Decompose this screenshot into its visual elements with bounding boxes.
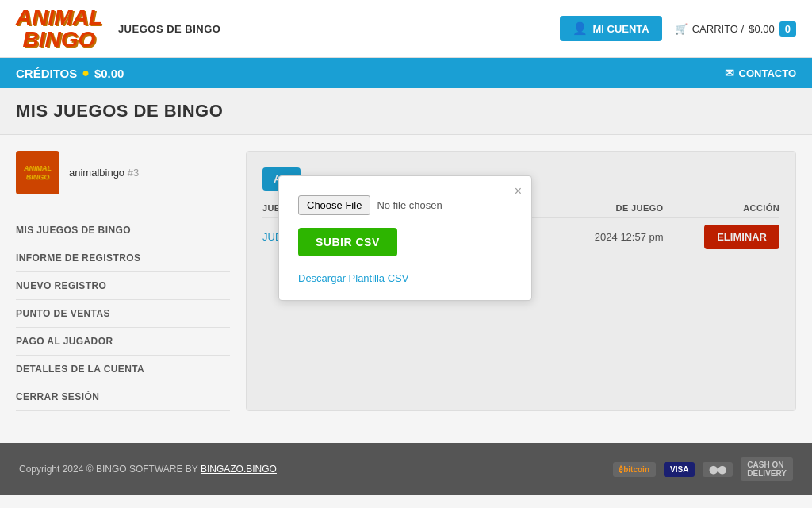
header: ANIMAL BINGO JUEGOS DE BINGO 👤 MI CUENTA… [0, 0, 812, 58]
mi-cuenta-button[interactable]: 👤 MI CUENTA [560, 16, 661, 41]
choose-file-button[interactable]: Choose File [298, 195, 370, 215]
nav-juegos-de-bingo[interactable]: JUEGOS DE BINGO [118, 23, 221, 35]
cash-on-delivery-badge: CASH ONDELIVERY [741, 457, 793, 481]
subir-csv-button[interactable]: SUBIR CSV [298, 228, 397, 256]
upload-dialog: × Choose File No file chosen SUBIR CSV D… [278, 175, 532, 301]
carrito-label: CARRITO / [692, 23, 745, 35]
username: animalbingo [69, 167, 124, 179]
logo-bingo: BINGO [23, 27, 96, 52]
footer-copyright: Copyright 2024 © BINGO SOFTWARE BY BINGA… [19, 464, 277, 475]
username-area: animalbingo #3 [69, 167, 139, 179]
sidebar-nav: MIS JUEGOS DE BINGO INFORME DE REGISTROS… [16, 217, 230, 411]
footer-payments: ₿bitcoin VISA ⬤⬤ CASH ONDELIVERY [613, 457, 793, 481]
carrito-price: $0.00 [749, 23, 775, 35]
bitcoin-badge: ₿bitcoin [613, 462, 656, 477]
avatar: ANIMALBINGO [16, 151, 59, 194]
contacto-label: CONTACTO [739, 67, 796, 79]
carrito-area[interactable]: 🛒 CARRITO / $0.00 0 [675, 21, 796, 37]
carrito-icon: 🛒 [675, 23, 688, 35]
descargar-plantilla-link[interactable]: Descargar Plantilla CSV [298, 272, 512, 284]
sidebar-item-cerrar-sesion[interactable]: CERRAR SESIÓN [16, 383, 230, 411]
main-panel: AG JUEGO DE JUEGO ACCIÓN JUEG 2024 12:57… [246, 151, 796, 411]
visa-badge: VISA [664, 462, 695, 477]
footer: Copyright 2024 © BINGO SOFTWARE BY BINGA… [0, 443, 812, 495]
header-right: 👤 MI CUENTA 🛒 CARRITO / $0.00 0 [560, 16, 796, 41]
dialog-overlay: × Choose File No file chosen SUBIR CSV D… [247, 152, 795, 410]
sidebar-item-punto-ventas[interactable]: PUNTO DE VENTAS [16, 300, 230, 328]
main-content: ANIMALBINGO animalbingo #3 MIS JUEGOS DE… [0, 135, 812, 427]
sidebar-item-informe[interactable]: INFORME DE REGISTROS [16, 244, 230, 272]
credits-bar: CRÉDITOS ● $0.00 ✉ CONTACTO [0, 58, 812, 88]
sidebar-item-detalles-cuenta[interactable]: DETALLES DE LA CUENTA [16, 356, 230, 383]
logo-area: ANIMAL BINGO [16, 6, 102, 51]
user-icon: 👤 [573, 21, 588, 36]
copyright-text: Copyright 2024 © BINGO SOFTWARE BY [19, 464, 198, 475]
user-num: #3 [128, 167, 139, 179]
mi-cuenta-label: MI CUENTA [592, 23, 649, 35]
page-title-area: MIS JUEGOS DE BINGO [0, 88, 812, 135]
carrito-count[interactable]: 0 [779, 21, 796, 37]
no-file-text: No file chosen [377, 199, 442, 211]
credits-label: CRÉDITOS [16, 67, 77, 80]
mail-icon: ✉ [725, 67, 734, 79]
logo-text: ANIMAL BINGO [16, 6, 102, 51]
contacto-area[interactable]: ✉ CONTACTO [725, 67, 796, 79]
credits-amount: $0.00 [94, 67, 124, 80]
credits-left: CRÉDITOS ● $0.00 [16, 66, 124, 80]
mastercard-badge: ⬤⬤ [703, 462, 733, 477]
file-input-row: Choose File No file chosen [298, 195, 512, 215]
page-title: MIS JUEGOS DE BINGO [16, 101, 796, 121]
user-info: ANIMALBINGO animalbingo #3 [16, 151, 230, 204]
sidebar-item-nuevo-registro[interactable]: NUEVO REGISTRO [16, 272, 230, 300]
sidebar: ANIMALBINGO animalbingo #3 MIS JUEGOS DE… [16, 151, 230, 411]
coin-icon: ● [82, 66, 90, 80]
dialog-close-button[interactable]: × [515, 184, 522, 198]
bingazo-link[interactable]: BINGAZO.BINGO [201, 464, 277, 475]
logo-animal: ANIMAL [16, 5, 102, 29]
sidebar-item-mis-juegos[interactable]: MIS JUEGOS DE BINGO [16, 217, 230, 244]
sidebar-item-pago-jugador[interactable]: PAGO AL JUGADOR [16, 328, 230, 356]
